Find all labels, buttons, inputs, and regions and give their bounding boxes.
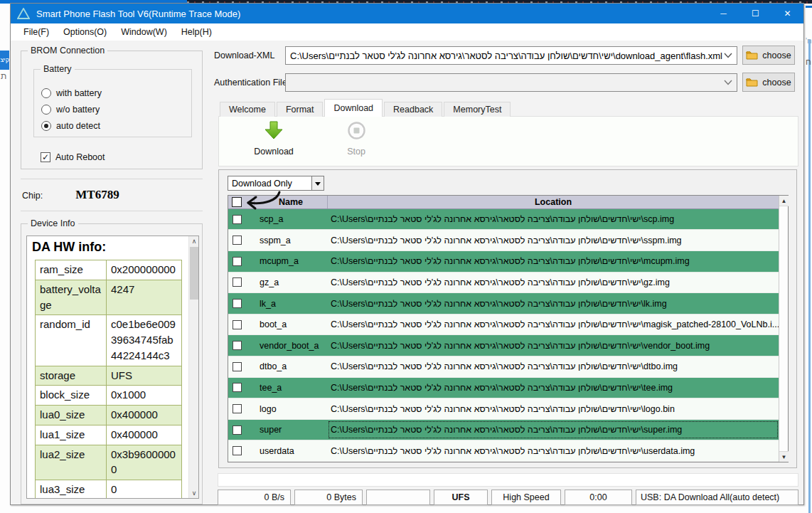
device-info-key: ram_size [36, 260, 107, 280]
location-column-header[interactable]: Location [328, 196, 779, 208]
row-checkbox[interactable] [233, 299, 242, 308]
dropdown-arrow-icon[interactable] [311, 176, 324, 190]
row-checkbox-cell [228, 446, 255, 455]
row-location[interactable]: C:\Users\ישי\חדשים\שולחן עבודה\צריבה לסט… [328, 400, 779, 418]
auto-reboot-option[interactable]: Auto Reboot [41, 152, 105, 162]
maximize-button[interactable]: ☐ [739, 4, 771, 23]
row-checkbox-cell [228, 299, 255, 308]
auth-file-choose-button[interactable]: choose [742, 73, 795, 92]
scroll-down-icon[interactable]: ∨ [189, 488, 199, 498]
radio-option-auto-detect[interactable]: auto detect [41, 120, 100, 132]
row-location[interactable]: C:\Users\ישי\חדשים\שולחן עבודה\צריבה לסט… [328, 357, 779, 376]
scroll-up-icon[interactable]: ∧ [189, 236, 199, 246]
row-location[interactable]: C:\Users\ישי\חדשים\שולחן עבודה\צריבה לסט… [328, 273, 779, 292]
status-usb_mode: USB: DA Download All(auto detect) [636, 490, 798, 505]
tab-download[interactable]: Download [324, 99, 383, 117]
radio-icon[interactable] [41, 88, 51, 98]
table-row[interactable]: lk_aC:\Users\ישי\חדשים\שולחן עבודה\צריבה… [228, 293, 779, 314]
device-info-key: storage [36, 366, 107, 386]
row-checkbox[interactable] [233, 425, 242, 435]
download-button[interactable]: Download [242, 121, 306, 162]
radio-label: w/o battery [56, 105, 100, 115]
row-checkbox[interactable] [233, 277, 242, 287]
radio-label: auto detect [56, 121, 100, 131]
row-checkbox[interactable] [233, 236, 242, 245]
table-row[interactable]: tee_aC:\Users\ישי\חדשים\שולחן עבודה\צריב… [228, 378, 779, 399]
device-info-scrollbar[interactable]: ∧ ∨ [188, 236, 198, 498]
minimize-button[interactable]: ─ [707, 4, 739, 23]
table-row[interactable]: superC:\Users\ישי\חדשים\שולחן עבודה\צריב… [228, 420, 779, 441]
table-row[interactable]: dtbo_aC:\Users\ישי\חדשים\שולחן עבודה\צרי… [228, 356, 779, 378]
tab-readback[interactable]: Readback [384, 102, 442, 117]
device-info-row: ram_size0x200000000 [36, 260, 182, 280]
row-checkbox-cell [228, 236, 255, 245]
auto-reboot-checkbox[interactable] [41, 152, 50, 162]
scroll-down-icon[interactable]: ▼ [779, 451, 789, 462]
row-name: vendor_boot_a [255, 341, 328, 351]
radio-icon[interactable] [41, 105, 51, 115]
name-column-header[interactable]: Name [255, 196, 328, 208]
auth-file-combobox[interactable] [285, 73, 737, 92]
menu-item-file[interactable]: File(F) [17, 25, 55, 39]
title-bar: Smart Phone Flash Tool V6(Runtime Trace … [11, 4, 803, 23]
stop-button[interactable]: Stop [324, 121, 388, 162]
scrollbar-thumb[interactable] [190, 247, 198, 300]
tab-welcome[interactable]: Welcome [220, 102, 275, 117]
menu-item-window[interactable]: Window(W) [114, 25, 173, 39]
row-location[interactable]: C:\Users\ישי\חדשים\שולחן עבודה\צריבה לסט… [328, 337, 779, 355]
device-info-key: random_id [36, 315, 107, 366]
menu-item-help[interactable]: Help(H) [175, 25, 218, 39]
row-checkbox[interactable] [233, 341, 242, 350]
row-location[interactable]: C:\Users\ישי\חדשים\שולחן עבודה\צריבה לסט… [328, 421, 779, 439]
row-location[interactable]: C:\Users\ישי\חדשים\שולחן עבודה\צריבה לסט… [328, 210, 779, 228]
radio-icon[interactable] [41, 121, 51, 131]
table-row[interactable]: sspm_aC:\Users\ישי\חדשים\שולחן עבודה\צרי… [228, 230, 779, 251]
row-location[interactable]: C:\Users\ישי\חדשים\שולחן עבודה\צריבה לסט… [328, 379, 779, 397]
scene-mode-combobox[interactable]: Download Only [228, 176, 324, 191]
scroll-up-icon[interactable]: ▲ [779, 196, 789, 206]
tab-memorytest[interactable]: MemoryTest [444, 102, 511, 117]
auth-file-label: Authentication File [214, 78, 287, 88]
row-location[interactable]: C:\Users\ישי\חדשים\שולחן עבודה\צריבה לסט… [328, 442, 779, 460]
row-name: logo [255, 404, 328, 414]
select-all-cell [228, 196, 255, 208]
row-location[interactable]: C:\Users\ישי\חדשים\שולחן עבודה\צריבה לסט… [328, 231, 779, 250]
row-checkbox[interactable] [233, 404, 242, 413]
tab-format[interactable]: Format [277, 102, 324, 117]
row-checkbox[interactable] [233, 362, 242, 371]
row-name: tee_a [255, 383, 328, 393]
table-row[interactable]: logoC:\Users\ישי\חדשים\שולחן עבודה\צריבה… [228, 398, 779, 420]
table-row[interactable]: userdataC:\Users\ישי\חדשים\שולחן עבודה\צ… [228, 440, 779, 462]
device-info-row: lua1_size0x400000 [36, 425, 182, 445]
row-location[interactable]: C:\Users\ישי\חדשים\שולחן עבודה\צריבה לסט… [328, 315, 779, 334]
select-all-checkbox[interactable] [232, 197, 242, 207]
radio-label: with battery [56, 88, 102, 98]
choose-button-label: choose [762, 78, 791, 88]
row-location[interactable]: C:\Users\ישי\חדשים\שולחן עבודה\צריבה לסט… [328, 252, 779, 270]
row-name: super [255, 425, 328, 435]
radio-option-with-battery[interactable]: with battery [41, 87, 102, 100]
table-row[interactable]: boot_aC:\Users\ישי\חדשים\שולחן עבודה\צרי… [228, 314, 779, 336]
table-row[interactable]: mcupm_aC:\Users\ישי\חדשים\שולחן עבודה\צר… [228, 251, 779, 273]
row-checkbox[interactable] [233, 320, 242, 329]
status-storage: UFS [434, 490, 488, 505]
table-row[interactable]: vendor_boot_aC:\Users\ישי\חדשים\שולחן עב… [228, 335, 779, 356]
row-checkbox[interactable] [233, 257, 242, 266]
row-location[interactable]: C:\Users\ישי\חדשים\שולחן עבודה\צריבה לסט… [328, 295, 779, 313]
row-checkbox[interactable] [233, 215, 242, 224]
device-info-key: lua2_size [36, 445, 107, 480]
row-checkbox[interactable] [233, 383, 242, 392]
download-xml-label: Download-XML [214, 51, 274, 60]
row-checkbox[interactable] [233, 446, 242, 455]
close-button[interactable]: ✕ [771, 4, 803, 23]
row-name: dtbo_a [255, 361, 328, 371]
table-scrollbar[interactable]: ▲ ▼ [779, 196, 788, 462]
table-row[interactable]: scp_aC:\Users\ישי\חדשים\שולחן עבודה\צריב… [228, 209, 779, 231]
device-info-group: Device Info DA HW info: ram_size0x200000… [21, 223, 203, 504]
stop-button-label: Stop [324, 147, 388, 157]
radio-option-w-o-battery[interactable]: w/o battery [41, 103, 100, 116]
download-xml-choose-button[interactable]: choose [742, 46, 795, 65]
table-row[interactable]: gz_aC:\Users\ישי\חדשים\שולחן עבודה\צריבה… [228, 273, 779, 294]
menu-item-options[interactable]: Options(O) [57, 25, 113, 39]
download-xml-combobox[interactable]: C:\Users\ישי\חדשים\שולחן עבודה\צריבה לסט… [285, 46, 737, 65]
